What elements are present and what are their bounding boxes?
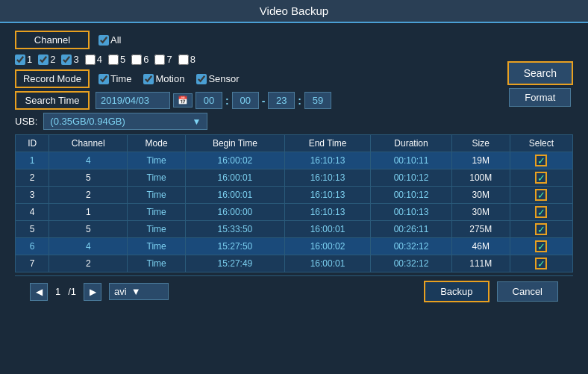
search-button[interactable]: Search	[507, 61, 573, 85]
cell-id: 4	[16, 204, 49, 221]
cell-begin: 16:00:02	[186, 152, 285, 169]
cell-begin: 16:00:01	[186, 187, 285, 204]
cell-begin: 15:27:50	[186, 238, 285, 255]
cell-duration: 00:10:12	[371, 187, 451, 204]
end-min-input[interactable]	[304, 92, 331, 109]
select-checkbox[interactable]: ✓	[535, 189, 547, 201]
start-min-input[interactable]	[232, 92, 259, 109]
table-row: 2 5 Time 16:00:01 16:10:13 00:10:12 100M…	[16, 169, 573, 187]
cell-duration: 00:32:12	[371, 238, 451, 255]
mode-motion-checkbox[interactable]	[143, 74, 154, 84]
select-checkbox[interactable]: ✓	[535, 240, 547, 252]
cell-channel: 5	[49, 169, 128, 187]
cell-select[interactable]: ✓	[510, 204, 572, 221]
cell-duration: 00:10:11	[371, 152, 451, 169]
backup-button[interactable]: Backup	[424, 281, 489, 302]
table-row: 6 4 Time 15:27:50 16:00:02 00:32:12 46M …	[16, 238, 573, 255]
search-time-label-box: Search Time	[15, 91, 90, 110]
channel-7-checkbox[interactable]	[154, 54, 165, 65]
channel-4-checkbox[interactable]	[85, 54, 96, 65]
cell-mode: Time	[128, 187, 186, 204]
cell-mode: Time	[128, 204, 186, 221]
select-checkbox[interactable]: ✓	[535, 206, 547, 218]
mode-sensor-checkbox[interactable]	[196, 74, 207, 84]
channel-5-checkbox[interactable]	[108, 54, 119, 65]
table-row: 7 2 Time 15:27:49 16:00:01 00:32:12 111M…	[16, 255, 573, 272]
cell-begin: 16:00:00	[186, 204, 285, 221]
cell-id: 2	[16, 169, 49, 187]
channel-8-checkbox[interactable]	[178, 54, 189, 65]
cell-id: 5	[16, 221, 49, 238]
next-page-button[interactable]: ▶	[84, 283, 101, 301]
format-dropdown[interactable]: avi ▼	[109, 283, 169, 300]
col-header-duration: Duration	[371, 135, 451, 152]
cell-end: 16:00:01	[284, 221, 371, 238]
mode-time-checkbox[interactable]	[98, 74, 109, 84]
prev-page-button[interactable]: ◀	[30, 283, 48, 301]
cell-mode: Time	[128, 152, 186, 169]
channel-6-checkbox[interactable]	[131, 54, 142, 65]
select-checkbox[interactable]: ✓	[535, 155, 547, 166]
usb-label: USB:	[15, 116, 37, 127]
format-button[interactable]: Format	[509, 88, 571, 107]
cell-begin: 15:33:50	[186, 221, 285, 238]
title-bar: Video Backup	[0, 0, 588, 23]
calendar-icon[interactable]: 📅	[173, 93, 193, 107]
format-value: avi	[114, 286, 127, 297]
table-row: 5 5 Time 15:33:50 16:00:01 00:26:11 275M…	[16, 221, 573, 238]
page-title: Video Backup	[260, 4, 328, 17]
usb-dropdown[interactable]: (0.35GB/0.94GB) ▼	[43, 113, 207, 130]
select-checkbox[interactable]: ✓	[535, 258, 547, 269]
record-mode-label-box: Record Mode	[15, 69, 90, 88]
cell-select[interactable]: ✓	[510, 221, 572, 238]
cell-mode: Time	[128, 238, 186, 255]
channel-2-checkbox[interactable]	[38, 54, 49, 65]
channel-1-checkbox[interactable]	[15, 54, 25, 65]
cell-size: 19M	[451, 152, 510, 169]
cell-size: 30M	[451, 204, 510, 221]
channel-3-checkbox[interactable]	[61, 54, 72, 65]
cell-mode: Time	[128, 255, 186, 272]
cell-end: 16:10:13	[284, 204, 371, 221]
cell-channel: 4	[49, 238, 128, 255]
cancel-button[interactable]: Cancel	[497, 281, 558, 302]
cell-end: 16:10:13	[284, 187, 371, 204]
cell-size: 30M	[451, 187, 510, 204]
usb-dropdown-arrow: ▼	[192, 116, 201, 127]
cell-channel: 5	[49, 221, 128, 238]
select-checkbox[interactable]: ✓	[535, 223, 547, 235]
cell-select[interactable]: ✓	[510, 152, 572, 169]
col-header-channel: Channel	[49, 135, 128, 152]
cell-mode: Time	[128, 169, 186, 187]
page-total: /1	[68, 286, 76, 297]
cell-end: 16:10:13	[284, 152, 371, 169]
records-table: ID Channel Mode Begin Time End Time Dura…	[15, 134, 573, 272]
cell-select[interactable]: ✓	[510, 255, 572, 272]
col-header-select: Select	[510, 135, 572, 152]
end-hour-input[interactable]	[268, 92, 295, 109]
date-input[interactable]	[96, 92, 170, 109]
cell-id: 6	[16, 238, 49, 255]
cell-select[interactable]: ✓	[510, 238, 572, 255]
start-hour-input[interactable]	[196, 92, 222, 109]
cell-size: 275M	[451, 221, 510, 238]
cell-size: 111M	[451, 255, 510, 272]
col-header-size: Size	[451, 135, 510, 152]
cell-channel: 2	[49, 187, 128, 204]
cell-duration: 00:26:11	[371, 221, 451, 238]
cell-end: 16:10:13	[284, 169, 371, 187]
cell-channel: 2	[49, 255, 128, 272]
cell-id: 1	[16, 152, 49, 169]
cell-size: 100M	[451, 169, 510, 187]
cell-duration: 00:32:12	[371, 255, 451, 272]
col-header-end: End Time	[284, 135, 371, 152]
cell-begin: 16:00:01	[186, 169, 285, 187]
cell-select[interactable]: ✓	[510, 187, 572, 204]
cell-size: 46M	[451, 238, 510, 255]
cell-id: 3	[16, 187, 49, 204]
all-channel-checkbox[interactable]	[98, 35, 109, 46]
select-checkbox[interactable]: ✓	[535, 172, 547, 184]
format-dropdown-arrow: ▼	[131, 286, 141, 297]
cell-begin: 15:27:49	[186, 255, 285, 272]
cell-select[interactable]: ✓	[510, 169, 572, 187]
